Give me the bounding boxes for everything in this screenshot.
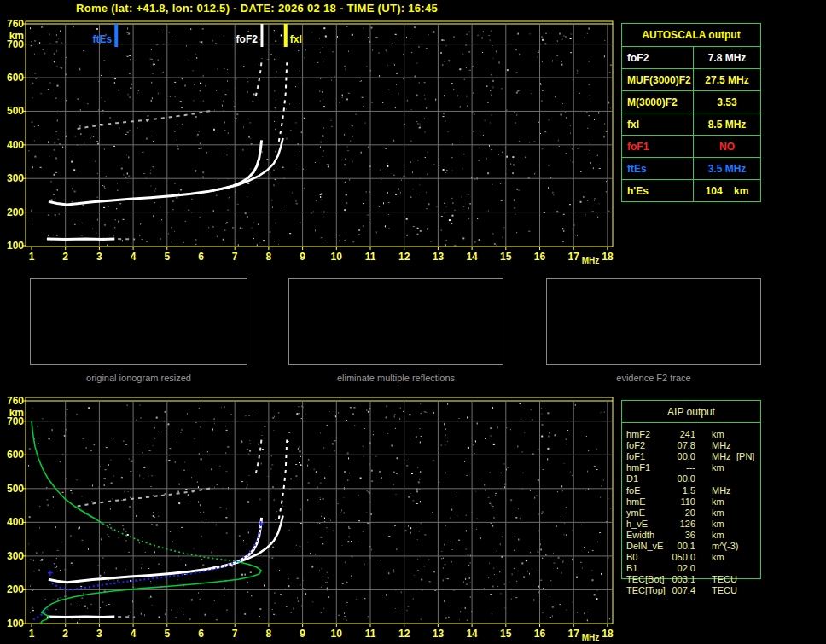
x-tick-label: 14 xyxy=(466,251,478,263)
param-value: 126 xyxy=(653,519,695,529)
x-tick-label: 4 xyxy=(131,251,137,263)
x-tick-label: 10 xyxy=(331,251,343,263)
aip-table-row: DelN_vE00.1m^(-3) xyxy=(622,541,762,552)
param-value: NO xyxy=(693,136,760,157)
param-value: 1.5 xyxy=(653,485,695,496)
x-tick-label: 6 xyxy=(198,628,204,640)
y-tick-label: 500 xyxy=(7,483,24,495)
aip-table-header: AIP output xyxy=(622,401,760,423)
param-label: fxI xyxy=(622,119,693,131)
chart-border xyxy=(26,21,613,247)
param-value: 003.1 xyxy=(653,574,695,584)
x-tick-label: 8 xyxy=(266,628,272,640)
x-tick-label: 7 xyxy=(232,628,238,640)
param-value: 8.5 MHz xyxy=(693,113,760,135)
param-value: 3.53 xyxy=(693,91,760,113)
x-tick-label: 5 xyxy=(164,628,170,640)
param-value: 7.8 MHz xyxy=(693,47,760,68)
aip-table-row: TEC[Bot]003.1TECU xyxy=(622,574,762,585)
x-tick-label: 11 xyxy=(365,251,376,263)
x-tick-label: 7 xyxy=(232,251,238,263)
x-tick-label: 18 xyxy=(602,251,614,263)
autoscala-table-row: h'Es104 km xyxy=(622,179,760,201)
param-label: B1 xyxy=(626,563,637,573)
x-tick-label: 18 xyxy=(602,628,614,640)
param-unit: TECU xyxy=(712,574,737,584)
x-tick-label: 1 xyxy=(29,251,35,263)
trace-hop-tail-extraordinary xyxy=(279,62,288,142)
trace-f2-ordinary xyxy=(49,518,262,583)
param-unit: km xyxy=(712,519,724,529)
trace-hop-tail-ordinary xyxy=(256,435,262,473)
aip-table-row: ymE20km xyxy=(622,508,762,519)
x-tick-label: 14 xyxy=(466,628,478,640)
param-value: --- xyxy=(653,462,695,473)
x-tick-label: 5 xyxy=(164,251,170,263)
param-unit: km xyxy=(712,462,724,473)
trace-second-hop xyxy=(78,110,215,129)
param-unit: km xyxy=(712,552,724,562)
aip-table-row: hmE110km xyxy=(622,496,762,508)
aip-table-row: foE1.5MHz xyxy=(622,485,762,496)
top-ionogram-chart: 760700600500400300200100km12345678910111… xyxy=(7,18,614,265)
param-label: hmE xyxy=(626,496,646,507)
aip-table-row: hmF1---km xyxy=(622,462,762,473)
y-tick-label: 760 xyxy=(7,395,24,407)
param-label: foF2 xyxy=(622,52,693,64)
x-tick-label: 16 xyxy=(534,251,546,263)
x-axis-unit: MHz xyxy=(582,633,600,642)
param-extra: [PN] xyxy=(736,451,754,461)
bottom-profile-chart: 760700600500400300200100km12345678910111… xyxy=(7,395,614,642)
param-label: foF2 xyxy=(626,440,645,450)
autoscala-table-row: M(3000)F23.53 xyxy=(622,90,760,113)
aip-table-row: B102.0 xyxy=(622,563,762,574)
x-tick-label: 17 xyxy=(568,251,580,263)
param-value: 104 km xyxy=(693,180,760,201)
y-tick-label: 600 xyxy=(7,72,24,84)
x-tick-label: 11 xyxy=(365,628,376,640)
x-tick-label: 4 xyxy=(131,628,137,640)
autoscala-output-table: AUTOSCALA output foF27.8 MHzMUF(3000)F22… xyxy=(621,23,761,202)
x-tick-label: 15 xyxy=(500,251,512,263)
aip-table-row: Ewidth36km xyxy=(622,530,762,541)
trace-profile-peak-and-bottomside xyxy=(41,561,261,624)
param-label: Ewidth xyxy=(626,530,654,540)
param-label: M(3000)F2 xyxy=(622,96,693,108)
param-label: hmF2 xyxy=(626,429,650,439)
panel-evidence-f2 xyxy=(546,278,761,365)
aip-table-row: hmF2241km xyxy=(622,429,762,440)
ftEs-marker-label: ftEs xyxy=(93,33,113,45)
x-tick-label: 9 xyxy=(300,628,305,640)
param-unit: km xyxy=(712,496,724,507)
panel-caption: eliminate multiple reflections xyxy=(288,373,503,383)
param-unit: km xyxy=(712,429,724,439)
param-label: foF1 xyxy=(622,141,693,153)
y-tick-label: 300 xyxy=(7,550,24,562)
param-label: ymE xyxy=(626,508,645,518)
autoscala-table-row: ftEs3.5 MHz xyxy=(622,157,760,179)
param-label: foF1 xyxy=(626,451,645,461)
param-unit: MHz xyxy=(712,440,731,450)
param-unit: km xyxy=(712,530,724,540)
param-label: hmF1 xyxy=(626,462,650,473)
param-value: 110 xyxy=(653,496,695,507)
trace-profile-topside xyxy=(32,421,102,524)
param-unit: km xyxy=(712,508,724,518)
param-label: ftEs xyxy=(622,163,693,175)
y-tick-label: 400 xyxy=(7,516,24,528)
x-tick-label: 15 xyxy=(500,628,512,640)
fxI-marker-label: fxI xyxy=(290,33,302,45)
x-tick-label: 17 xyxy=(568,628,580,640)
param-unit: m^(-3) xyxy=(712,541,738,551)
y-tick-label: 760 xyxy=(7,18,24,30)
param-value: 00.0 xyxy=(653,451,695,461)
param-label: MUF(3000)F2 xyxy=(622,74,693,86)
param-label: h_vE xyxy=(626,519,648,529)
y-tick-label: 100 xyxy=(7,240,24,252)
trace-f2-ordinary xyxy=(49,140,262,205)
y-tick-label: 200 xyxy=(7,206,24,218)
y-tick-label: 100 xyxy=(7,618,24,629)
param-value: 27.5 MHz xyxy=(693,69,760,90)
param-value: 20 xyxy=(653,508,695,518)
param-unit: TECU xyxy=(712,585,737,595)
